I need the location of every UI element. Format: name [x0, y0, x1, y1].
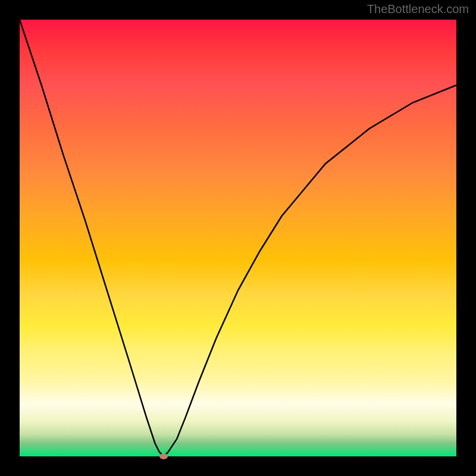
watermark-text: TheBottleneck.com: [367, 2, 469, 16]
bottleneck-curve: [20, 20, 456, 456]
chart-plot-area: [20, 20, 456, 456]
optimal-point-marker: [159, 453, 168, 459]
